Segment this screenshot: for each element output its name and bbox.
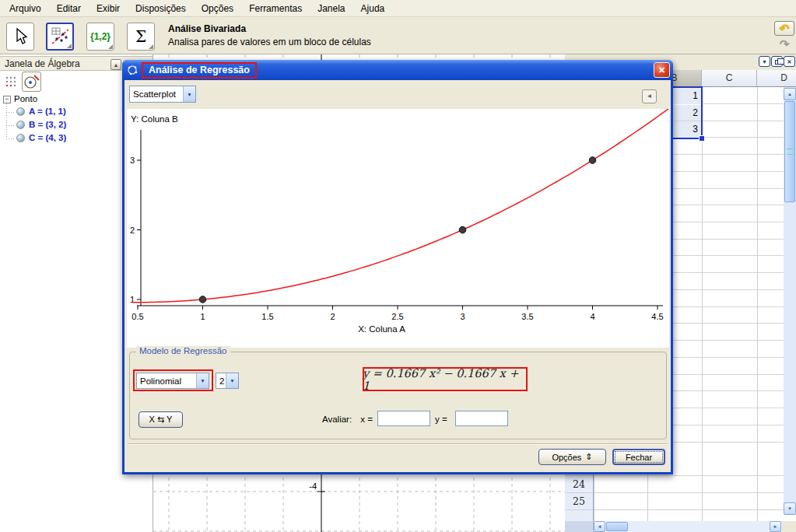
- menu-item-exibir[interactable]: Exibir: [89, 0, 128, 16]
- sum-tool-button[interactable]: Σ: [127, 23, 155, 51]
- column-header-d[interactable]: D: [757, 70, 796, 87]
- scroll-up-button[interactable]: ▲: [784, 88, 796, 100]
- tree-collapse-box[interactable]: −: [3, 96, 11, 103]
- svg-text:2.5: 2.5: [391, 312, 403, 321]
- triangle-down-icon: ▼: [762, 59, 767, 65]
- drag-dots-icon[interactable]: [5, 75, 16, 90]
- chevron-down-icon[interactable]: ▼: [196, 373, 209, 388]
- vertical-scrollbar-thumb[interactable]: [784, 101, 795, 202]
- dialog-close-button[interactable]: ✕: [654, 62, 670, 78]
- menu-item-editar[interactable]: Editar: [49, 0, 89, 16]
- plot-type-select[interactable]: Scatterplot ▼: [129, 86, 196, 103]
- restore-icon: [775, 60, 780, 65]
- row-header-25[interactable]: 25: [565, 493, 593, 510]
- panel-collapse-button[interactable]: ▲: [110, 59, 121, 70]
- svg-text:2: 2: [130, 226, 135, 235]
- y-equals-label: y =: [435, 415, 447, 424]
- regression-model-value: Polinomial: [137, 376, 196, 386]
- menu-bar: ArquivoEditarExibirDisposiçõesOpçõesFerr…: [0, 0, 796, 17]
- scatterplot-area: 1230.511.522.533.544.5 Y: Coluna B X: Co…: [127, 109, 669, 348]
- svg-text:1.5: 1.5: [261, 312, 273, 321]
- evaluate-text: Avaliar:: [322, 415, 352, 424]
- tool-title: Análise Bivariada: [168, 23, 246, 34]
- column-grid-line: [757, 87, 758, 521]
- menu-item-ferramentas[interactable]: Ferramentas: [241, 0, 310, 16]
- dialog-titlebar[interactable]: Análise de Regressão ✕: [122, 60, 673, 80]
- tree-connector: [6, 138, 15, 139]
- regression-model-group-title: Modelo de Regressão: [136, 346, 230, 355]
- scroll-down-icon: ▼: [787, 506, 792, 511]
- dialog-title: Análise de Regressão: [149, 65, 250, 75]
- svg-text:3: 3: [130, 156, 135, 165]
- menu-item-janela[interactable]: Janela: [310, 0, 352, 16]
- options-label: Opções: [552, 453, 581, 462]
- move-tool-button[interactable]: [6, 23, 34, 51]
- toggle-second-plot-button[interactable]: ◄: [642, 89, 657, 103]
- annotation-title-box: Análise de Regressão: [142, 62, 257, 79]
- svg-text:3: 3: [460, 312, 465, 321]
- scroll-left-icon: ◄: [598, 524, 602, 529]
- row-header-24[interactable]: 24: [565, 476, 593, 493]
- menu-item-ajuda[interactable]: Ajuda: [353, 0, 393, 16]
- close-icon: ✕: [658, 65, 665, 75]
- bivariate-analysis-tool-button[interactable]: [46, 23, 74, 51]
- regression-model-groupbox: [129, 352, 667, 439]
- evaluate-y-input[interactable]: [455, 411, 508, 426]
- regression-model-select[interactable]: Polinomial ▼: [136, 373, 209, 389]
- polynomial-degree-select[interactable]: 2 ▼: [216, 373, 239, 389]
- tool-dropdown-icon[interactable]: [108, 44, 113, 49]
- options-button[interactable]: Opções ⇕: [538, 449, 606, 465]
- tool-dropdown-icon[interactable]: [149, 44, 153, 49]
- tree-group-ponto[interactable]: Ponto: [14, 94, 37, 103]
- scroll-down-button[interactable]: ▼: [784, 502, 796, 515]
- menu-item-arquivo[interactable]: Arquivo: [2, 0, 49, 16]
- auxiliary-objects-button[interactable]: [22, 72, 41, 92]
- svg-text:2: 2: [330, 312, 335, 321]
- menu-item-opcoes[interactable]: Opções: [194, 0, 241, 16]
- x-axis-title: X: Coluna A: [127, 324, 636, 334]
- degree-value: 2: [216, 376, 226, 386]
- close-icon: ✕: [787, 59, 792, 65]
- one-variable-analysis-tool-button[interactable]: {1,2}: [86, 23, 114, 51]
- plot-type-value: Scatterplot: [130, 89, 183, 99]
- scroll-right-button[interactable]: ►: [770, 521, 781, 532]
- scatterplot-svg: 1230.511.522.533.544.5: [127, 109, 669, 348]
- scroll-right-icon: ►: [773, 524, 778, 529]
- geogebra-dialog-icon: [127, 65, 138, 75]
- up-down-arrows-icon: ⇕: [585, 452, 592, 462]
- dialog-separator: [128, 443, 668, 445]
- undo-button[interactable]: ↶: [774, 21, 794, 36]
- redo-button[interactable]: ↷: [774, 37, 794, 51]
- panel-menu-button[interactable]: ▼: [759, 56, 770, 67]
- scroll-left-button[interactable]: ◄: [594, 521, 605, 532]
- selection-drag-handle[interactable]: [699, 135, 705, 142]
- swap-xy-button[interactable]: X ⇆ Y: [139, 411, 183, 428]
- panel-restore-button[interactable]: [771, 56, 783, 67]
- undo-icon: ↶: [780, 22, 790, 35]
- column-header-c[interactable]: C: [702, 70, 757, 87]
- algebra-panel-title: Janela de Álgebra: [5, 58, 80, 69]
- tool-dropdown-icon[interactable]: [67, 44, 72, 48]
- arrow-left-icon: ◄: [647, 93, 653, 100]
- fechar-button[interactable]: Fechar: [612, 449, 665, 465]
- menu-item-disposicoes[interactable]: Disposições: [128, 0, 194, 16]
- svg-text:1: 1: [200, 312, 205, 321]
- tree-connector: [6, 112, 15, 113]
- evaluate-x-input[interactable]: [377, 411, 430, 426]
- scrollbar-grip: [787, 149, 793, 155]
- x-equals-label: x =: [360, 415, 373, 424]
- svg-text:3.5: 3.5: [521, 312, 533, 321]
- tool-subtitle: Analisa pares de valores em um bloco de …: [168, 37, 371, 47]
- point-bullet-icon: [16, 134, 25, 142]
- column-grid-line: [702, 87, 703, 521]
- svg-text:0.5: 0.5: [131, 312, 143, 321]
- axis-tick-label: -4: [293, 481, 317, 491]
- horizontal-scrollbar-thumb[interactable]: [606, 522, 628, 531]
- tree-connector: [6, 125, 15, 126]
- svg-text:4.5: 4.5: [651, 312, 663, 321]
- regression-analysis-dialog: Análise de Regressão ✕ Scatterplot ▼ ◄ 1…: [122, 60, 673, 474]
- chevron-down-icon[interactable]: ▼: [183, 86, 195, 102]
- point-bullet-icon: [16, 107, 25, 116]
- chevron-down-icon[interactable]: ▼: [226, 373, 238, 388]
- panel-close-button[interactable]: ✕: [784, 56, 795, 67]
